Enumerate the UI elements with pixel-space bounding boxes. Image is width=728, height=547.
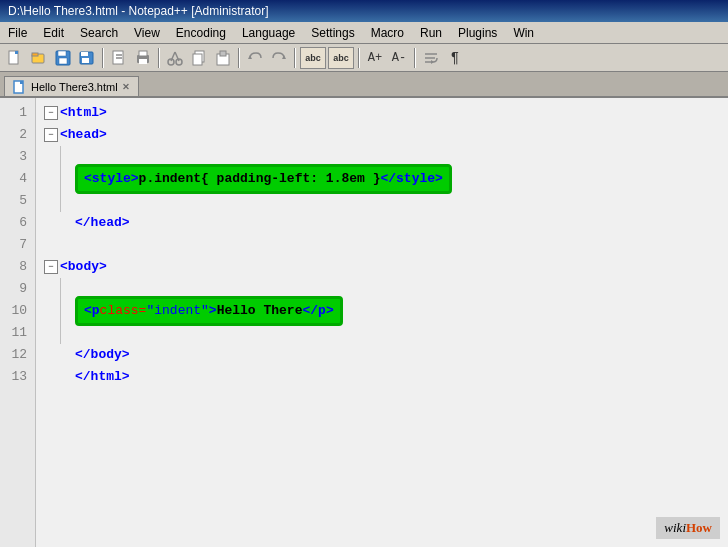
menu-plugins[interactable]: Plugins — [450, 24, 505, 42]
svg-rect-3 — [32, 53, 38, 56]
toolbar-close[interactable] — [108, 47, 130, 69]
toolbar-cut[interactable] — [164, 47, 186, 69]
toolbar-save-all[interactable] — [76, 47, 98, 69]
connector-3 — [60, 146, 61, 168]
menu-file[interactable]: File — [0, 24, 35, 42]
line-num-10: 10 — [8, 300, 27, 322]
code-p-value: "indent" — [146, 300, 208, 322]
code-line-1: − <html> — [44, 102, 720, 124]
code-p-attr: class= — [100, 300, 147, 322]
code-line-8: − <body> — [44, 256, 720, 278]
line-num-8: 8 — [8, 256, 27, 278]
connector-9 — [60, 278, 61, 300]
line-num-2: 2 — [8, 124, 27, 146]
menu-encoding[interactable]: Encoding — [168, 24, 234, 42]
toolbar-pilcrow[interactable]: ¶ — [444, 47, 466, 69]
title-bar: D:\Hello There3.html - Notepad++ [Admini… — [0, 0, 728, 22]
menu-win[interactable]: Win — [505, 24, 542, 42]
tab-hello-there3[interactable]: Hello There3.html ✕ — [4, 76, 139, 96]
menu-settings[interactable]: Settings — [303, 24, 362, 42]
toolbar-sep-4 — [294, 48, 296, 68]
toolbar-find[interactable]: abc — [300, 47, 326, 69]
toolbar-copy[interactable] — [188, 47, 210, 69]
menu-edit[interactable]: Edit — [35, 24, 72, 42]
svg-marker-24 — [248, 55, 252, 59]
wikihow-watermark: wikiHow — [656, 517, 720, 539]
menu-search[interactable]: Search — [72, 24, 126, 42]
line-num-11: 11 — [8, 322, 27, 344]
toolbar-sep-5 — [358, 48, 360, 68]
toolbar-wrap[interactable] — [420, 47, 442, 69]
how-text: How — [686, 520, 712, 535]
svg-rect-9 — [82, 58, 89, 63]
svg-rect-14 — [139, 59, 147, 64]
connector-4 — [60, 168, 61, 190]
title-text: D:\Hello There3.html - Notepad++ [Admini… — [8, 4, 269, 18]
tab-label: Hello There3.html — [31, 81, 118, 93]
toolbar-new[interactable] — [4, 47, 26, 69]
svg-rect-15 — [139, 51, 147, 56]
fold-icon-8[interactable]: − — [44, 260, 58, 274]
line-num-12: 12 — [8, 344, 27, 366]
code-style-close: </style> — [380, 168, 442, 190]
svg-rect-5 — [58, 51, 66, 56]
code-line-7 — [44, 234, 720, 256]
code-p-content: Hello There — [217, 300, 303, 322]
connector-10 — [60, 300, 61, 322]
svg-rect-6 — [59, 58, 67, 64]
code-style-content: p.indent{ padding-left: 1.8em } — [139, 168, 381, 190]
svg-marker-31 — [20, 81, 23, 84]
wiki-text: wiki — [664, 520, 686, 535]
code-style-open: <style> — [84, 168, 139, 190]
code-line-6: </head> — [44, 212, 720, 234]
code-p-close: </p> — [302, 300, 333, 322]
toolbar-sep-2 — [158, 48, 160, 68]
toolbar-open[interactable] — [28, 47, 50, 69]
code-p-open: <p — [84, 300, 100, 322]
toolbar-redo[interactable] — [268, 47, 290, 69]
line-num-4: 4 — [8, 168, 27, 190]
toolbar-replace[interactable]: abc — [328, 47, 354, 69]
code-line-5 — [44, 190, 720, 212]
line-num-5: 5 — [8, 190, 27, 212]
svg-marker-29 — [431, 60, 434, 64]
code-line-13: </html> — [44, 366, 720, 388]
line-num-13: 13 — [8, 366, 27, 388]
code-line-11 — [44, 322, 720, 344]
svg-marker-1 — [15, 51, 18, 54]
line-num-7: 7 — [8, 234, 27, 256]
tab-bar: Hello There3.html ✕ — [0, 72, 728, 98]
svg-rect-23 — [220, 51, 226, 56]
toolbar-undo[interactable] — [244, 47, 266, 69]
line-num-1: 1 — [8, 102, 27, 124]
menu-macro[interactable]: Macro — [363, 24, 412, 42]
code-line-12: </body> — [44, 344, 720, 366]
code-p-close-bracket: > — [209, 300, 217, 322]
menu-bar: File Edit Search View Encoding Language … — [0, 22, 728, 44]
svg-marker-25 — [282, 55, 286, 59]
code-head-open: <head> — [60, 124, 107, 146]
tab-close-button[interactable]: ✕ — [122, 82, 130, 92]
code-html-close: </html> — [75, 366, 130, 388]
code-body-open: <body> — [60, 256, 107, 278]
code-line-10: <p class="indent">Hello There</p> — [44, 300, 720, 322]
line-numbers: 1 2 3 4 5 6 7 8 9 10 11 12 13 — [0, 98, 36, 547]
menu-view[interactable]: View — [126, 24, 168, 42]
line-num-3: 3 — [8, 146, 27, 168]
toolbar-zoom-out[interactable]: A- — [388, 47, 410, 69]
toolbar-paste[interactable] — [212, 47, 234, 69]
fold-icon-1[interactable]: − — [44, 106, 58, 120]
toolbar-save[interactable] — [52, 47, 74, 69]
menu-language[interactable]: Language — [234, 24, 303, 42]
svg-rect-8 — [81, 52, 88, 56]
toolbar-zoom-in[interactable]: A+ — [364, 47, 386, 69]
tab-file-icon — [13, 80, 27, 94]
toolbar-print[interactable] — [132, 47, 154, 69]
fold-icon-2[interactable]: − — [44, 128, 58, 142]
menu-run[interactable]: Run — [412, 24, 450, 42]
code-editor[interactable]: − <html> − <head> <style>p.indent{ paddi… — [36, 98, 728, 547]
toolbar-sep-3 — [238, 48, 240, 68]
code-line-4: <style>p.indent{ padding-left: 1.8em }</… — [44, 168, 720, 190]
code-html-open: <html> — [60, 102, 107, 124]
main-container: D:\Hello There3.html - Notepad++ [Admini… — [0, 0, 728, 547]
